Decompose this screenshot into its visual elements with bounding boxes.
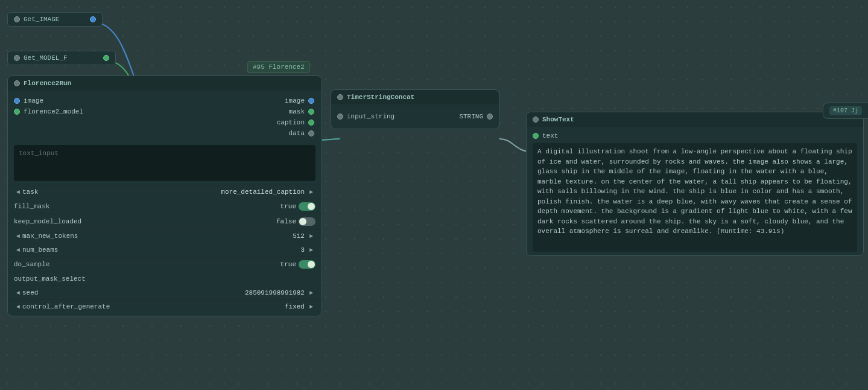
mask-output-port: mask	[289, 106, 320, 117]
image-output-port: image	[285, 95, 320, 106]
florence2run-status-dot	[14, 80, 20, 86]
get-image-label: Get_IMAGE	[24, 16, 59, 23]
data-output-port: data	[289, 128, 320, 139]
get-model-node[interactable]: Get_MODEL_F	[7, 51, 116, 65]
showtext-node[interactable]: ShowText text A digital illustration sho…	[526, 112, 864, 256]
image-input-port: image	[8, 95, 277, 106]
florence2run-header: Florence2Run	[8, 76, 322, 91]
fill-mask-toggle[interactable]	[299, 202, 315, 211]
timer-node-header: TimerStringConcat	[331, 90, 499, 104]
showtext-content: A digital illustration shoot from a low-…	[533, 143, 857, 252]
timer-output-dot	[487, 113, 493, 120]
task-arrow-right[interactable]: ►	[307, 189, 315, 196]
timer-node[interactable]: TimerStringConcat input_string STRING	[331, 89, 499, 129]
showtext-text-dot	[533, 133, 539, 139]
get-image-node[interactable]: Get_IMAGE	[7, 12, 103, 27]
florence2run-badge: #95 Florence2	[247, 61, 310, 73]
partial-node-right: #107 Jj	[823, 103, 868, 119]
get-model-out-dot	[103, 55, 109, 61]
florence2run-node[interactable]: Florence2Run image florence2_model	[7, 75, 322, 316]
get-model-label: Get_MODEL_F	[24, 54, 68, 62]
control-after-generate-param[interactable]: ◄ control_after_generate fixed ►	[8, 299, 322, 313]
output-mask-param[interactable]: output_mask_select	[8, 272, 322, 286]
image-out-dot	[308, 98, 314, 104]
task-param[interactable]: ◄ task more_detailed_caption ►	[8, 185, 322, 199]
control-arrow-right[interactable]: ►	[307, 304, 315, 310]
showtext-text-port: text	[533, 130, 857, 143]
data-out-dot	[308, 130, 314, 136]
timer-status-dot	[337, 94, 343, 100]
max-tokens-arrow-left[interactable]: ◄	[14, 233, 22, 240]
fill-mask-param[interactable]: fill_mask true	[8, 199, 322, 214]
num-beams-arrow-right[interactable]: ►	[307, 247, 315, 254]
max-tokens-arrow-right[interactable]: ►	[307, 233, 315, 240]
get-model-output-dot	[14, 55, 20, 61]
showtext-header: ShowText	[527, 112, 863, 127]
timer-input-dot	[337, 113, 343, 120]
text-input-area[interactable]: text_input	[14, 145, 315, 181]
mask-out-dot	[308, 109, 314, 115]
control-arrow-left[interactable]: ◄	[14, 304, 22, 310]
max-tokens-param[interactable]: ◄ max_new_tokens 512 ►	[8, 229, 322, 243]
caption-out-dot	[308, 120, 314, 126]
model-in-dot	[14, 109, 20, 115]
caption-output-port: caption	[277, 117, 320, 128]
keep-model-param[interactable]: keep_model_loaded false	[8, 214, 322, 229]
timer-input-port: input_string	[331, 110, 401, 123]
model-input-port: florence2_model	[8, 106, 277, 117]
do-sample-toggle[interactable]	[299, 260, 315, 269]
seed-arrow-left[interactable]: ◄	[14, 290, 22, 296]
get-image-out-dot	[90, 16, 96, 22]
seed-arrow-right[interactable]: ►	[307, 290, 315, 296]
node-canvas[interactable]: Get_IMAGE Get_MODEL_F #95 Florence2 Flor…	[0, 0, 868, 390]
keep-model-toggle[interactable]	[299, 217, 315, 226]
task-arrow-left[interactable]: ◄	[14, 189, 22, 196]
num-beams-arrow-left[interactable]: ◄	[14, 247, 22, 254]
seed-param[interactable]: ◄ seed 285091998991982 ►	[8, 286, 322, 299]
showtext-status-dot	[533, 117, 539, 123]
do-sample-param[interactable]: do_sample true	[8, 257, 322, 272]
get-image-output-dot	[14, 16, 20, 22]
timer-output-port: STRING	[453, 110, 499, 123]
num-beams-param[interactable]: ◄ num_beams 3 ►	[8, 243, 322, 257]
image-in-dot	[14, 98, 20, 104]
